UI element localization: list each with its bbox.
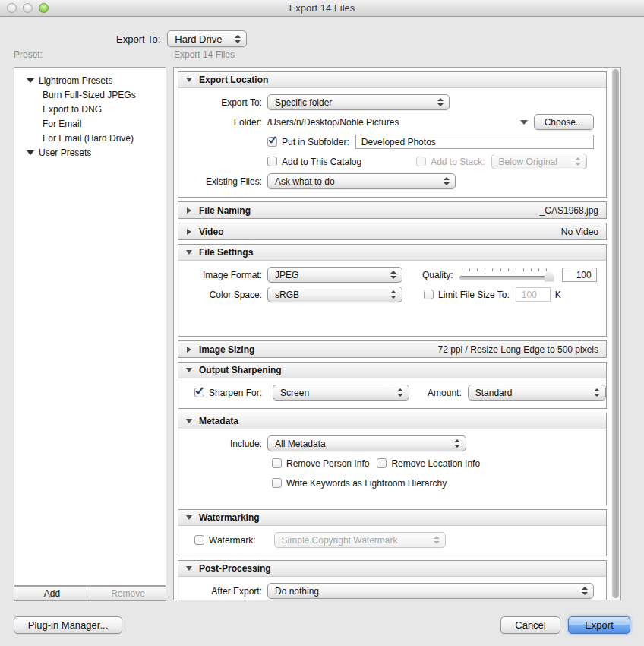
section-image-sizing: Image Sizing 72 ppi / Resize Long Edge t… (178, 340, 607, 358)
disclosure-triangle-icon[interactable] (186, 368, 192, 372)
dropdown-arrows-icon (444, 177, 450, 185)
choose-folder-label: Choose... (545, 117, 583, 128)
dropdown-arrows-icon (594, 388, 600, 397)
section-header-image-sizing[interactable]: Image Sizing 72 ppi / Resize Long Edge t… (178, 341, 606, 357)
section-header-metadata[interactable]: Metadata (178, 413, 606, 429)
disclosure-triangle-icon[interactable] (186, 250, 192, 255)
amount-dropdown[interactable]: Standard (468, 385, 606, 401)
limit-file-size-label: Limit File Size To: (438, 290, 510, 300)
limit-file-size-unit: K (555, 290, 561, 300)
subfolder-name-input[interactable]: Developed Photos (355, 135, 594, 149)
sharpen-for-value: Screen (280, 388, 309, 398)
preset-item-label: For Email (Hard Drive) (43, 133, 134, 144)
slider-track[interactable] (459, 276, 554, 280)
close-button[interactable] (7, 3, 17, 13)
remove-preset-button[interactable]: Remove (90, 586, 166, 601)
amount-label: Amount: (428, 388, 462, 398)
preset-item-for-email-hard-drive[interactable]: For Email (Hard Drive) (14, 131, 166, 145)
section-header-file-settings[interactable]: File Settings (178, 245, 606, 261)
section-watermarking: Watermarking Watermark: Simple Copyright… (178, 509, 607, 556)
image-format-label: Image Format: (178, 270, 262, 280)
section-header-video[interactable]: Video No Video (178, 223, 606, 239)
section-header-post-processing[interactable]: Post-Processing (178, 561, 606, 577)
zoom-button[interactable] (39, 3, 49, 13)
dropdown-arrows-icon (235, 35, 241, 43)
disclosure-triangle-icon[interactable] (187, 229, 191, 235)
section-file-naming: File Naming _CAS1968.jpg (178, 201, 607, 219)
dropdown-arrows-icon (454, 439, 460, 448)
preset-group-lightroom-presets[interactable]: Lightroom Presets (14, 73, 166, 87)
choose-folder-button[interactable]: Choose... (534, 114, 594, 130)
section-header-file-naming[interactable]: File Naming _CAS1968.jpg (178, 202, 606, 218)
scrollbar-thumb[interactable] (612, 69, 619, 598)
disclosure-triangle-icon[interactable] (27, 78, 34, 83)
scrollbar[interactable] (611, 68, 620, 600)
slider-thumb[interactable] (545, 271, 554, 282)
cancel-button[interactable]: Cancel (500, 616, 560, 634)
section-title: Metadata (199, 416, 238, 426)
preset-list: Lightroom Presets Burn Full-Sized JPEGs … (14, 67, 166, 586)
preset-group-label: User Presets (39, 147, 91, 158)
export-to-dropdown[interactable]: Specific folder (267, 94, 450, 110)
image-format-value: JPEG (275, 270, 298, 280)
minimize-button[interactable] (23, 3, 33, 13)
disclosure-triangle-icon[interactable] (187, 347, 191, 353)
add-to-catalog-checkbox[interactable] (267, 157, 277, 166)
watermark-checkbox[interactable] (194, 535, 204, 545)
section-header-output-sharpening[interactable]: Output Sharpening (178, 363, 606, 378)
folder-menu-icon[interactable] (520, 120, 528, 125)
section-title: Watermarking (199, 512, 260, 523)
stack-position-dropdown[interactable]: Below Original (491, 154, 587, 169)
export-destination-value: Hard Drive (175, 33, 222, 45)
watermark-style-dropdown[interactable]: Simple Copyright Watermark (274, 532, 446, 548)
write-keywords-checkbox[interactable] (272, 478, 282, 488)
quality-value-field[interactable]: 100 (562, 268, 597, 282)
disclosure-triangle-icon[interactable] (187, 207, 191, 214)
content-header: Export 14 Files (174, 49, 235, 60)
export-destination-dropdown[interactable]: Hard Drive (167, 30, 247, 47)
image-format-dropdown[interactable]: JPEG (267, 267, 402, 283)
color-space-value: sRGB (275, 290, 299, 300)
preset-item-burn-full-sized-jpegs[interactable]: Burn Full-Sized JPEGs (14, 87, 166, 102)
quality-slider[interactable] (459, 268, 554, 283)
disclosure-triangle-icon[interactable] (186, 78, 192, 82)
sharpen-for-checkbox[interactable] (194, 388, 204, 397)
limit-file-size-input[interactable]: 100 (516, 287, 551, 302)
add-to-stack-checkbox[interactable] (416, 157, 426, 166)
plugin-manager-button[interactable]: Plug-in Manager... (14, 616, 122, 634)
dropdown-arrows-icon (397, 388, 403, 397)
disclosure-triangle-icon[interactable] (27, 150, 34, 155)
preset-item-label: Burn Full-Sized JPEGs (43, 90, 136, 100)
remove-person-info-checkbox[interactable] (272, 458, 282, 468)
dropdown-arrows-icon (390, 271, 396, 279)
watermark-label: Watermark: (209, 535, 256, 546)
section-title: File Settings (199, 247, 253, 258)
export-button[interactable]: Export (568, 616, 630, 634)
include-label: Include: (178, 439, 262, 449)
limit-file-size-checkbox[interactable] (424, 290, 434, 299)
dropdown-arrows-icon (390, 290, 396, 299)
put-in-subfolder-label: Put in Subfolder: (282, 137, 349, 147)
preset-item-export-to-dng[interactable]: Export to DNG (14, 102, 166, 116)
remove-location-info-checkbox[interactable] (377, 458, 387, 468)
remove-location-info-label: Remove Location Info (391, 458, 480, 469)
preset-item-for-email[interactable]: For Email (14, 116, 166, 131)
preset-label: Preset: (14, 49, 43, 60)
color-space-dropdown[interactable]: sRGB (267, 287, 402, 302)
section-header-export-location[interactable]: Export Location (178, 72, 606, 88)
disclosure-triangle-icon[interactable] (186, 419, 192, 423)
slider-ticks (462, 268, 554, 271)
dropdown-arrows-icon (434, 536, 440, 544)
sharpen-for-dropdown[interactable]: Screen (273, 385, 409, 401)
add-preset-button[interactable]: Add (14, 586, 90, 601)
existing-files-dropdown[interactable]: Ask what to do (267, 173, 456, 189)
disclosure-triangle-icon[interactable] (186, 515, 192, 520)
section-header-watermarking[interactable]: Watermarking (178, 510, 606, 526)
disclosure-triangle-icon[interactable] (186, 566, 192, 571)
export-to-value: Specific folder (275, 97, 332, 108)
after-export-dropdown[interactable]: Do nothing (267, 583, 594, 599)
put-in-subfolder-checkbox[interactable] (267, 137, 277, 147)
export-label: Export (585, 619, 614, 631)
include-metadata-dropdown[interactable]: All Metadata (267, 435, 466, 451)
preset-group-user-presets[interactable]: User Presets (14, 145, 166, 160)
